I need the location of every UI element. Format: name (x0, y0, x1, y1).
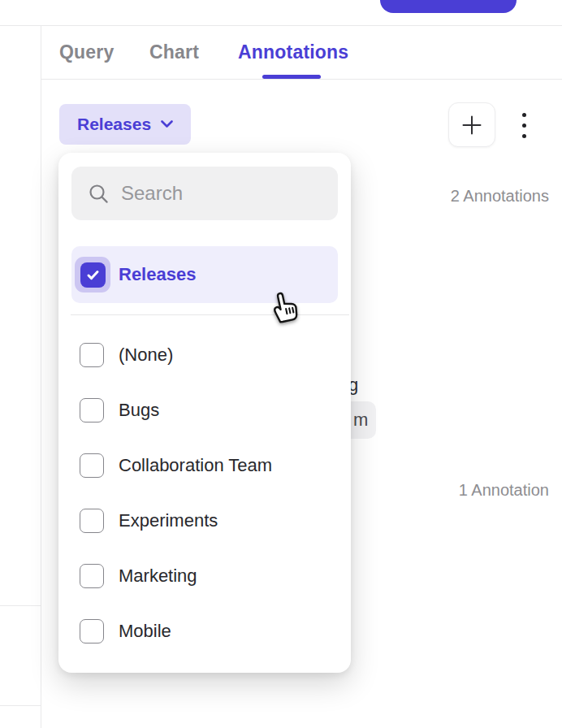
left-rail-border (41, 25, 41, 728)
checkbox-checked-icon (80, 262, 106, 288)
kebab-dot (522, 124, 526, 128)
option-label: Mobile (119, 621, 171, 642)
option-label: Experiments (119, 510, 218, 531)
tab-annotations[interactable]: Annotations (238, 41, 348, 63)
header-divider (0, 25, 562, 26)
annotation-sets-dropdown: Releases (None)BugsCollaboration TeamExp… (58, 153, 351, 673)
option-mobile[interactable]: Mobile (58, 604, 351, 659)
releases-filter-button[interactable]: Releases (59, 104, 191, 145)
option-label: Bugs (119, 400, 159, 421)
checkbox-unchecked-icon (80, 509, 104, 533)
option-label: (None) (119, 344, 173, 366)
tabbar-bottom-border (41, 79, 562, 80)
checkbox-unchecked-icon (80, 398, 104, 422)
dropdown-divider (71, 314, 349, 315)
annotation-count-badge: 2 Annotations (451, 187, 549, 206)
option-bugs[interactable]: Bugs (58, 383, 351, 438)
option-label: Marketing (119, 566, 197, 587)
search-icon (88, 183, 110, 205)
checkbox-unchecked-icon (80, 564, 104, 588)
options-list: (None)BugsCollaboration TeamExperimentsM… (58, 327, 351, 659)
option-experiments[interactable]: Experiments (58, 493, 351, 548)
annotations-screen: Query Chart Annotations Releases 2 Annot… (0, 0, 562, 728)
checkbox-unchecked-icon (80, 619, 104, 644)
tab-query[interactable]: Query (59, 41, 114, 63)
active-tab-indicator (262, 75, 321, 79)
option-releases[interactable]: Releases (71, 246, 338, 303)
left-rail-divider (0, 705, 41, 706)
chevron-down-icon (161, 120, 173, 128)
filter-button-label: Releases (77, 115, 151, 134)
search-field[interactable] (71, 167, 338, 220)
search-input[interactable] (121, 182, 326, 205)
primary-action-button[interactable] (380, 0, 517, 13)
more-options-button[interactable] (511, 105, 537, 145)
kebab-dot (522, 134, 526, 138)
tab-chart[interactable]: Chart (149, 41, 199, 63)
option-label: Releases (119, 264, 196, 285)
option-marketing[interactable]: Marketing (58, 548, 351, 604)
option-none[interactable]: (None) (58, 327, 351, 383)
left-rail-divider (0, 605, 41, 606)
plus-icon (460, 114, 483, 136)
checkbox-unchecked-icon (80, 343, 104, 367)
kebab-dot (522, 113, 526, 117)
option-label: Collaboration Team (119, 455, 272, 476)
add-annotation-button[interactable] (448, 102, 495, 147)
option-collaboration-team[interactable]: Collaboration Team (58, 438, 351, 493)
annotation-count-badge: 1 Annotation (459, 481, 549, 500)
checkbox-unchecked-icon (80, 453, 104, 478)
checkbox-focus-ring (75, 257, 110, 292)
